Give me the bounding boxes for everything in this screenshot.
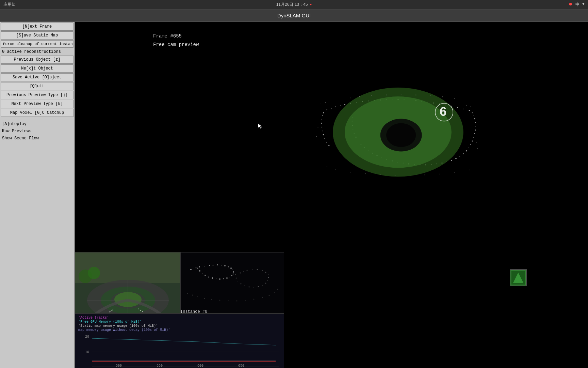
- force-cleanup-btn[interactable]: Force cleanup of current instance: [1, 40, 74, 48]
- svg-point-174: [245, 300, 246, 301]
- svg-point-74: [324, 138, 325, 139]
- chart-legend-active-tracks: 'Active tracks': [78, 316, 109, 320]
- svg-point-148: [247, 270, 248, 271]
- sidebar-divider: [1, 119, 74, 119]
- svg-point-144: [199, 270, 200, 272]
- svg-point-158: [258, 286, 259, 287]
- svg-point-91: [410, 175, 410, 175]
- next-preview-type-btn[interactable]: Next Preview Type [k]: [1, 100, 74, 108]
- svg-point-94: [454, 172, 455, 173]
- crater-hole-inner: [386, 123, 416, 147]
- svg-point-33: [473, 137, 474, 138]
- svg-point-69: [322, 119, 322, 120]
- raw-previews-label[interactable]: Raw Previews: [1, 128, 74, 135]
- prev-preview-type-btn[interactable]: Previous Preview Type [j]: [1, 91, 74, 99]
- svg-point-162: [241, 283, 242, 285]
- svg-point-27: [473, 116, 474, 116]
- chart-legend-gpu: 'Free GPU Memory (100s of MiB)': [78, 320, 142, 324]
- svg-point-32: [474, 133, 475, 134]
- record-button[interactable]: ⏺: [569, 2, 573, 7]
- svg-point-4: [344, 104, 345, 105]
- svg-point-145: [197, 268, 198, 269]
- svg-point-26: [472, 112, 473, 113]
- save-active-object-btn[interactable]: Save Active [O]bject: [1, 73, 74, 81]
- svg-point-122: [199, 266, 200, 267]
- svg-point-96: [350, 98, 351, 98]
- svg-point-77: [321, 104, 321, 104]
- svg-point-75: [326, 142, 327, 143]
- svg-point-87: [350, 172, 351, 173]
- expand-icon[interactable]: ▼: [582, 2, 585, 7]
- svg-point-72: [322, 131, 323, 131]
- svg-point-25: [469, 110, 470, 111]
- next-object-btn[interactable]: Ne[x]t Object: [1, 64, 74, 73]
- svg-point-78: [325, 102, 326, 103]
- svg-point-73: [323, 134, 324, 135]
- chart-y-label-20: 20: [85, 335, 89, 339]
- svg-point-129: [228, 266, 229, 267]
- svg-point-126: [217, 264, 218, 265]
- svg-point-81: [318, 127, 318, 128]
- topbar-right-controls: ⏺ 中 ▼: [569, 2, 585, 7]
- app-title: DynSLAM GUI: [277, 13, 311, 18]
- main-layout: [N]ext Frame [S]ave Static Map Force cle…: [0, 22, 588, 368]
- green-box-svg: [510, 270, 526, 286]
- svg-point-135: [229, 277, 230, 277]
- svg-point-38: [463, 153, 464, 154]
- svg-point-79: [466, 105, 467, 106]
- svg-point-132: [233, 271, 234, 273]
- svg-point-82: [316, 136, 317, 137]
- svg-point-24: [463, 109, 464, 109]
- autoplay-label[interactable]: [A]utoplay: [1, 121, 74, 127]
- svg-point-143: [202, 273, 202, 274]
- svg-point-127: [221, 265, 222, 265]
- app-titlebar: DynSLAM GUI: [0, 10, 588, 22]
- svg-point-3: [340, 105, 341, 106]
- svg-point-99: [386, 94, 387, 95]
- sidebar: [N]ext Frame [S]ave Static Map Force cle…: [0, 22, 75, 368]
- quit-btn[interactable]: [Q]uit: [1, 82, 74, 90]
- svg-point-123: [204, 266, 205, 266]
- svg-point-153: [268, 274, 268, 275]
- prev-object-btn[interactable]: Previous Object [z]: [1, 56, 74, 64]
- svg-point-0: [326, 109, 327, 110]
- save-static-map-btn[interactable]: [S]ave Static Map: [1, 31, 74, 40]
- green-box-indicator: [510, 269, 527, 286]
- svg-point-2: [335, 106, 336, 107]
- svg-point-164: [236, 278, 237, 279]
- svg-point-88: [365, 173, 366, 174]
- next-frame-btn[interactable]: [N]ext Frame: [1, 22, 74, 31]
- svg-point-169: [204, 298, 205, 299]
- chart-area: 'Active tracks' 'Free GPU Memory (100s o…: [75, 313, 284, 368]
- svg-point-28: [474, 118, 475, 119]
- map-voxel-btn[interactable]: Map Voxel [G]C Catchup: [1, 109, 74, 117]
- svg-point-31: [475, 129, 476, 131]
- svg-point-37: [466, 150, 467, 151]
- depth-preview: [180, 252, 284, 313]
- chart-x-500: 500: [116, 364, 122, 368]
- svg-point-103: [442, 96, 443, 97]
- svg-point-136: [226, 277, 228, 279]
- svg-rect-119: [181, 252, 284, 313]
- show-scene-flow-label[interactable]: Show Scene Flow: [1, 135, 74, 142]
- svg-point-83: [476, 142, 477, 143]
- svg-point-34: [472, 140, 473, 141]
- system-clock: 11月26日 13：45: [276, 2, 308, 7]
- svg-point-86: [335, 169, 336, 170]
- input-method[interactable]: 中: [575, 2, 579, 7]
- chart-legend-static-map: 'Static map memory usage (100s of MiB)': [78, 324, 158, 328]
- svg-point-161: [244, 286, 245, 286]
- svg-point-133: [233, 274, 234, 275]
- svg-point-71: [322, 127, 323, 128]
- svg-point-93: [439, 174, 440, 174]
- svg-point-147: [243, 271, 244, 272]
- svg-point-178: [274, 292, 275, 293]
- svg-point-76: [328, 145, 329, 146]
- svg-point-141: [208, 277, 209, 278]
- svg-point-155: [267, 280, 268, 281]
- svg-point-167: [192, 295, 193, 296]
- svg-point-166: [187, 293, 188, 294]
- svg-point-152: [265, 272, 266, 273]
- svg-point-70: [321, 123, 322, 124]
- system-menu-left[interactable]: 应用知: [3, 2, 16, 7]
